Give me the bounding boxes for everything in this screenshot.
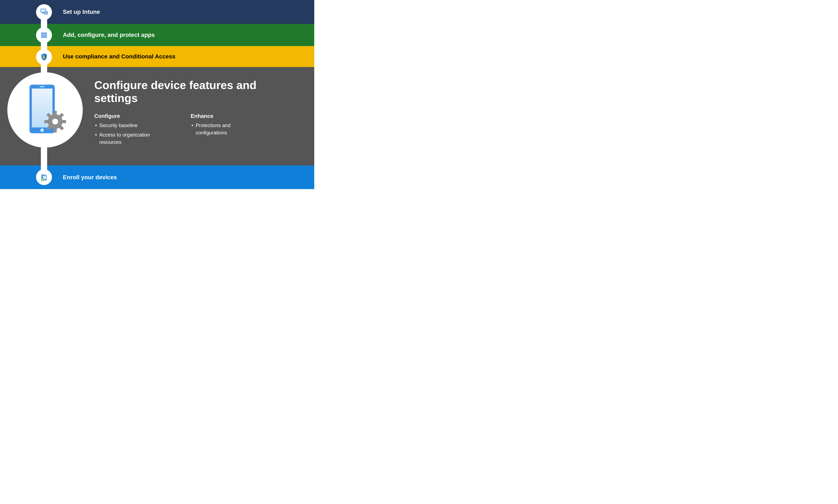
step-node-compliance [36, 49, 52, 65]
svg-rect-15 [43, 56, 45, 58]
active-step-title: Configure device features and settings [94, 78, 302, 105]
column-item: Protections and configurations [191, 122, 262, 137]
svg-rect-12 [41, 36, 43, 38]
column-heading: Enhance [191, 113, 262, 119]
step-node-setup [36, 4, 52, 20]
svg-rect-26 [54, 128, 57, 132]
apps-grid-icon [39, 31, 49, 40]
svg-rect-14 [45, 36, 47, 38]
svg-rect-7 [43, 33, 45, 34]
device-gear-icon [21, 83, 69, 137]
monitor-arrow-icon [39, 7, 49, 17]
svg-rect-8 [45, 33, 47, 34]
svg-point-33 [52, 119, 58, 125]
svg-rect-28 [62, 120, 66, 123]
step-label: Set up Intune [63, 8, 100, 15]
step-node-apps [36, 27, 52, 43]
svg-rect-25 [54, 111, 57, 115]
svg-rect-11 [45, 34, 47, 36]
active-step-content: Configure device features and settings C… [94, 78, 302, 148]
column-item: Security baseline [94, 122, 165, 129]
svg-rect-10 [43, 34, 45, 36]
svg-rect-2 [42, 13, 44, 13]
svg-rect-6 [41, 33, 43, 34]
svg-rect-22 [40, 86, 45, 87]
device-enroll-icon [39, 173, 49, 182]
column-heading: Configure [94, 113, 165, 119]
shield-lock-icon [39, 52, 49, 61]
intune-workflow-diagram: Set up Intune Add, configure, and protec… [0, 0, 314, 189]
svg-rect-27 [44, 120, 48, 123]
step-label: Use compliance and Conditional Access [63, 53, 175, 60]
step-label: Add, configure, and protect apps [63, 32, 155, 38]
step-label: Enroll your devices [63, 174, 117, 181]
column-enhance: Enhance Protections and configurations [191, 113, 262, 148]
column-item: Access to organization resources [94, 131, 165, 146]
svg-rect-13 [43, 36, 45, 38]
svg-point-23 [40, 128, 44, 132]
step-node-enroll [36, 169, 52, 185]
svg-rect-9 [41, 34, 43, 36]
step-node-configure-active [7, 72, 83, 148]
column-configure: Configure Security baseline Access to or… [94, 113, 165, 148]
